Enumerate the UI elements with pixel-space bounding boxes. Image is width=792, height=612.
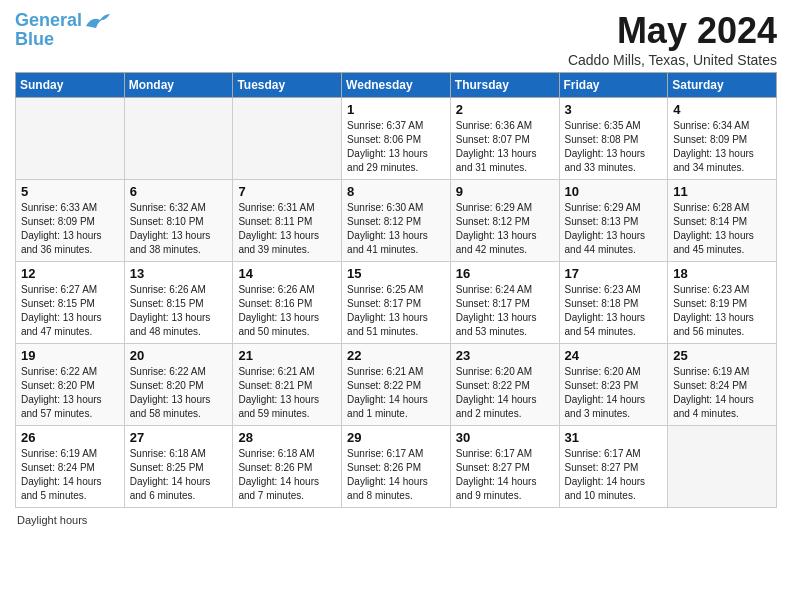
cell-info: Sunrise: 6:29 AM Sunset: 8:13 PM Dayligh… [565, 201, 663, 257]
calendar-cell: 27Sunrise: 6:18 AM Sunset: 8:25 PM Dayli… [124, 426, 233, 508]
cell-info: Sunrise: 6:22 AM Sunset: 8:20 PM Dayligh… [21, 365, 119, 421]
col-header-thursday: Thursday [450, 73, 559, 98]
calendar-cell [16, 98, 125, 180]
day-number: 19 [21, 348, 119, 363]
daylight-hours-label: Daylight hours [17, 514, 87, 526]
cell-info: Sunrise: 6:33 AM Sunset: 8:09 PM Dayligh… [21, 201, 119, 257]
cell-info: Sunrise: 6:34 AM Sunset: 8:09 PM Dayligh… [673, 119, 771, 175]
day-number: 5 [21, 184, 119, 199]
calendar-cell: 12Sunrise: 6:27 AM Sunset: 8:15 PM Dayli… [16, 262, 125, 344]
col-header-wednesday: Wednesday [342, 73, 451, 98]
cell-info: Sunrise: 6:23 AM Sunset: 8:18 PM Dayligh… [565, 283, 663, 339]
cell-info: Sunrise: 6:17 AM Sunset: 8:27 PM Dayligh… [565, 447, 663, 503]
calendar-cell: 8Sunrise: 6:30 AM Sunset: 8:12 PM Daylig… [342, 180, 451, 262]
calendar-week-row: 1Sunrise: 6:37 AM Sunset: 8:06 PM Daylig… [16, 98, 777, 180]
calendar-cell: 3Sunrise: 6:35 AM Sunset: 8:08 PM Daylig… [559, 98, 668, 180]
calendar-cell: 28Sunrise: 6:18 AM Sunset: 8:26 PM Dayli… [233, 426, 342, 508]
calendar-cell: 22Sunrise: 6:21 AM Sunset: 8:22 PM Dayli… [342, 344, 451, 426]
calendar-cell: 29Sunrise: 6:17 AM Sunset: 8:26 PM Dayli… [342, 426, 451, 508]
day-number: 2 [456, 102, 554, 117]
footer: Daylight hours [15, 514, 777, 526]
day-number: 26 [21, 430, 119, 445]
day-number: 7 [238, 184, 336, 199]
day-number: 6 [130, 184, 228, 199]
calendar-cell: 25Sunrise: 6:19 AM Sunset: 8:24 PM Dayli… [668, 344, 777, 426]
cell-info: Sunrise: 6:29 AM Sunset: 8:12 PM Dayligh… [456, 201, 554, 257]
day-number: 1 [347, 102, 445, 117]
calendar-header-row: SundayMondayTuesdayWednesdayThursdayFrid… [16, 73, 777, 98]
calendar-cell: 9Sunrise: 6:29 AM Sunset: 8:12 PM Daylig… [450, 180, 559, 262]
day-number: 24 [565, 348, 663, 363]
calendar-cell: 26Sunrise: 6:19 AM Sunset: 8:24 PM Dayli… [16, 426, 125, 508]
calendar-week-row: 5Sunrise: 6:33 AM Sunset: 8:09 PM Daylig… [16, 180, 777, 262]
col-header-sunday: Sunday [16, 73, 125, 98]
calendar-week-row: 12Sunrise: 6:27 AM Sunset: 8:15 PM Dayli… [16, 262, 777, 344]
cell-info: Sunrise: 6:26 AM Sunset: 8:15 PM Dayligh… [130, 283, 228, 339]
calendar-cell: 15Sunrise: 6:25 AM Sunset: 8:17 PM Dayli… [342, 262, 451, 344]
cell-info: Sunrise: 6:32 AM Sunset: 8:10 PM Dayligh… [130, 201, 228, 257]
page-header: General Blue May 2024 Caddo Mills, Texas… [15, 10, 777, 68]
calendar-cell [124, 98, 233, 180]
day-number: 8 [347, 184, 445, 199]
calendar-cell: 17Sunrise: 6:23 AM Sunset: 8:18 PM Dayli… [559, 262, 668, 344]
day-number: 12 [21, 266, 119, 281]
logo: General Blue [15, 10, 110, 50]
day-number: 10 [565, 184, 663, 199]
cell-info: Sunrise: 6:19 AM Sunset: 8:24 PM Dayligh… [21, 447, 119, 503]
calendar-cell: 6Sunrise: 6:32 AM Sunset: 8:10 PM Daylig… [124, 180, 233, 262]
calendar-cell: 11Sunrise: 6:28 AM Sunset: 8:14 PM Dayli… [668, 180, 777, 262]
cell-info: Sunrise: 6:30 AM Sunset: 8:12 PM Dayligh… [347, 201, 445, 257]
cell-info: Sunrise: 6:20 AM Sunset: 8:22 PM Dayligh… [456, 365, 554, 421]
calendar-cell: 13Sunrise: 6:26 AM Sunset: 8:15 PM Dayli… [124, 262, 233, 344]
day-number: 22 [347, 348, 445, 363]
day-number: 21 [238, 348, 336, 363]
calendar-cell: 5Sunrise: 6:33 AM Sunset: 8:09 PM Daylig… [16, 180, 125, 262]
calendar-cell: 10Sunrise: 6:29 AM Sunset: 8:13 PM Dayli… [559, 180, 668, 262]
day-number: 28 [238, 430, 336, 445]
cell-info: Sunrise: 6:19 AM Sunset: 8:24 PM Dayligh… [673, 365, 771, 421]
month-title: May 2024 [568, 10, 777, 52]
calendar-cell: 30Sunrise: 6:17 AM Sunset: 8:27 PM Dayli… [450, 426, 559, 508]
day-number: 9 [456, 184, 554, 199]
calendar-cell: 24Sunrise: 6:20 AM Sunset: 8:23 PM Dayli… [559, 344, 668, 426]
cell-info: Sunrise: 6:35 AM Sunset: 8:08 PM Dayligh… [565, 119, 663, 175]
day-number: 17 [565, 266, 663, 281]
cell-info: Sunrise: 6:18 AM Sunset: 8:25 PM Dayligh… [130, 447, 228, 503]
cell-info: Sunrise: 6:28 AM Sunset: 8:14 PM Dayligh… [673, 201, 771, 257]
cell-info: Sunrise: 6:22 AM Sunset: 8:20 PM Dayligh… [130, 365, 228, 421]
day-number: 20 [130, 348, 228, 363]
day-number: 18 [673, 266, 771, 281]
day-number: 14 [238, 266, 336, 281]
day-number: 29 [347, 430, 445, 445]
logo-text: General [15, 11, 82, 31]
calendar-cell: 21Sunrise: 6:21 AM Sunset: 8:21 PM Dayli… [233, 344, 342, 426]
day-number: 16 [456, 266, 554, 281]
calendar-cell: 2Sunrise: 6:36 AM Sunset: 8:07 PM Daylig… [450, 98, 559, 180]
cell-info: Sunrise: 6:17 AM Sunset: 8:26 PM Dayligh… [347, 447, 445, 503]
cell-info: Sunrise: 6:23 AM Sunset: 8:19 PM Dayligh… [673, 283, 771, 339]
calendar-cell [233, 98, 342, 180]
day-number: 13 [130, 266, 228, 281]
bird-icon [84, 12, 110, 32]
calendar-cell [668, 426, 777, 508]
cell-info: Sunrise: 6:31 AM Sunset: 8:11 PM Dayligh… [238, 201, 336, 257]
calendar-cell: 1Sunrise: 6:37 AM Sunset: 8:06 PM Daylig… [342, 98, 451, 180]
day-number: 30 [456, 430, 554, 445]
col-header-saturday: Saturday [668, 73, 777, 98]
cell-info: Sunrise: 6:18 AM Sunset: 8:26 PM Dayligh… [238, 447, 336, 503]
calendar-cell: 4Sunrise: 6:34 AM Sunset: 8:09 PM Daylig… [668, 98, 777, 180]
day-number: 11 [673, 184, 771, 199]
cell-info: Sunrise: 6:21 AM Sunset: 8:22 PM Dayligh… [347, 365, 445, 421]
calendar-cell: 7Sunrise: 6:31 AM Sunset: 8:11 PM Daylig… [233, 180, 342, 262]
cell-info: Sunrise: 6:21 AM Sunset: 8:21 PM Dayligh… [238, 365, 336, 421]
day-number: 27 [130, 430, 228, 445]
cell-info: Sunrise: 6:25 AM Sunset: 8:17 PM Dayligh… [347, 283, 445, 339]
location-subtitle: Caddo Mills, Texas, United States [568, 52, 777, 68]
cell-info: Sunrise: 6:20 AM Sunset: 8:23 PM Dayligh… [565, 365, 663, 421]
day-number: 4 [673, 102, 771, 117]
calendar-cell: 23Sunrise: 6:20 AM Sunset: 8:22 PM Dayli… [450, 344, 559, 426]
col-header-tuesday: Tuesday [233, 73, 342, 98]
title-area: May 2024 Caddo Mills, Texas, United Stat… [568, 10, 777, 68]
calendar-table: SundayMondayTuesdayWednesdayThursdayFrid… [15, 72, 777, 508]
calendar-week-row: 19Sunrise: 6:22 AM Sunset: 8:20 PM Dayli… [16, 344, 777, 426]
